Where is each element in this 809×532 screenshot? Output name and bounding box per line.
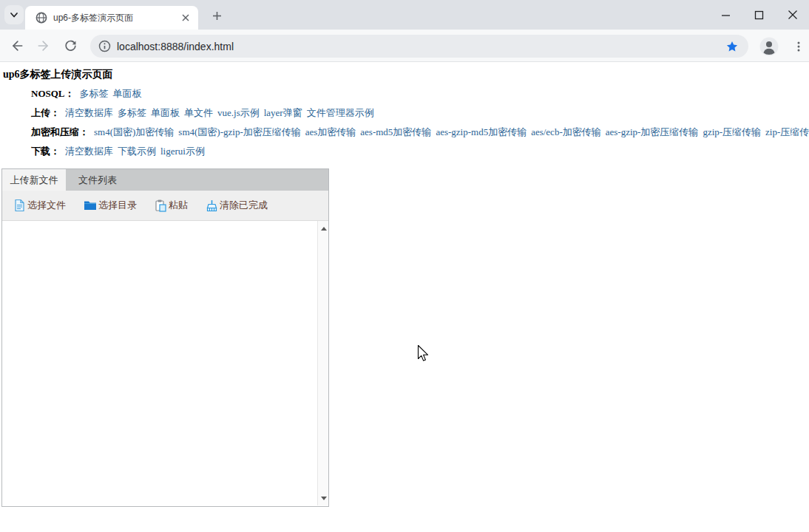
demo-link[interactable]: 多标签 (118, 107, 146, 118)
page-title: up6多标签上传演示页面 (3, 68, 113, 81)
info-icon (98, 40, 111, 52)
demo-link[interactable]: 单文件 (184, 107, 213, 118)
avatar-icon (759, 37, 779, 56)
plus-icon (212, 11, 222, 21)
row-label: NOSQL： (31, 88, 75, 99)
close-icon (788, 10, 798, 20)
maximize-icon (754, 10, 764, 20)
demo-link-row: 下载：清空数据库下载示例ligerui示例 (31, 142, 809, 161)
demo-link[interactable]: aes加密传输 (305, 126, 356, 137)
row-label: 下载： (31, 146, 60, 157)
row-label: 加密和压缩： (31, 126, 89, 137)
demo-link[interactable]: 文件管理器示例 (307, 107, 374, 118)
demo-link[interactable]: aes-gzip-md5加密传输 (436, 126, 527, 137)
browser-toolbar: localhost:8888/index.html (0, 30, 809, 62)
demo-link-row: NOSQL：多标签单面板 (31, 84, 809, 103)
demo-link[interactable]: vue.js示例 (217, 107, 260, 118)
demo-link[interactable]: layer弹窗 (264, 107, 302, 118)
file-icon (13, 199, 26, 212)
tab-file-list[interactable]: 文件列表 (66, 169, 129, 191)
minimize-button[interactable] (709, 0, 742, 30)
demo-link[interactable]: 单面板 (113, 88, 142, 99)
star-icon (725, 40, 739, 53)
select-file-button[interactable]: 选择文件 (13, 199, 66, 212)
upload-panel: 上传新文件 文件列表 选择文件 (1, 168, 329, 507)
back-button[interactable] (6, 35, 28, 57)
demo-link[interactable]: sm4(国密)加密传输 (94, 126, 174, 137)
minimize-icon (721, 10, 731, 20)
forward-button[interactable] (33, 35, 55, 57)
back-arrow-icon (10, 38, 24, 53)
window-controls (709, 0, 809, 30)
demo-link[interactable]: 单面板 (151, 107, 180, 118)
triangle-up-icon (321, 227, 327, 231)
select-directory-label: 选择目录 (98, 199, 137, 212)
select-directory-button[interactable]: 选择目录 (84, 199, 137, 212)
globe-favicon-icon (35, 12, 47, 24)
browser-tab[interactable]: up6-多标签演示页面 (25, 6, 198, 30)
demo-link[interactable]: 下载示例 (118, 146, 156, 157)
demo-link-row: 上传：清空数据库多标签单面板单文件vue.js示例layer弹窗文件管理器示例 (31, 103, 809, 123)
scroll-up-button[interactable] (318, 222, 329, 234)
vertical-scrollbar[interactable] (317, 221, 328, 505)
maximize-button[interactable] (742, 0, 776, 30)
select-file-label: 选择文件 (27, 199, 66, 212)
paste-icon (155, 199, 167, 212)
tab-close-icon[interactable] (179, 11, 192, 24)
paste-label: 粘贴 (169, 199, 188, 212)
folder-icon (84, 200, 97, 211)
new-tab-button[interactable] (208, 7, 226, 24)
triangle-down-icon (321, 497, 327, 500)
demo-link[interactable]: gzip-压缩传输 (703, 126, 761, 137)
row-label: 上传： (31, 107, 60, 118)
demo-link[interactable]: aes/ecb-加密传输 (531, 126, 601, 137)
demo-link[interactable]: 清空数据库 (65, 146, 113, 157)
reload-icon (64, 38, 78, 52)
demo-link[interactable]: 多标签 (80, 88, 109, 99)
demo-link[interactable]: zip-压缩传输 (765, 126, 809, 137)
demo-link-row: 加密和压缩：sm4(国密)加密传输sm4(国密)-gzip-加密压缩传输aes加… (31, 123, 809, 142)
address-bar[interactable]: localhost:8888/index.html (90, 35, 748, 58)
tab-strip: up6-多标签演示页面 (0, 0, 809, 30)
chevron-down-icon (9, 10, 19, 20)
panel-tab-bar: 上传新文件 文件列表 (2, 169, 328, 191)
browser-menu-button[interactable] (788, 36, 808, 56)
tab-search-button[interactable] (4, 5, 24, 24)
tab-title: up6-多标签演示页面 (53, 12, 179, 24)
demo-link-rows: NOSQL：多标签单面板上传：清空数据库多标签单面板单文件vue.js示例lay… (31, 84, 809, 161)
site-info-button[interactable] (96, 38, 112, 55)
close-window-button[interactable] (776, 0, 809, 30)
scroll-down-button[interactable] (318, 492, 329, 504)
demo-link[interactable]: ligerui示例 (160, 146, 205, 157)
tab-upload-new-file[interactable]: 上传新文件 (2, 169, 66, 191)
panel-toolbar: 选择文件 选择目录 粘贴 (2, 191, 328, 221)
demo-link[interactable]: aes-gzip-加密压缩传输 (606, 126, 699, 137)
reload-button[interactable] (59, 35, 81, 57)
url-text[interactable]: localhost:8888/index.html (117, 41, 723, 52)
paste-button[interactable]: 粘贴 (155, 199, 188, 212)
three-dot-menu-icon (793, 41, 805, 52)
browser-window: up6-多标签演示页面 (0, 0, 809, 532)
demo-link[interactable]: 清空数据库 (65, 107, 113, 118)
forward-arrow-icon (36, 38, 51, 53)
demo-link[interactable]: sm4(国密)-gzip-加密压缩传输 (178, 126, 300, 137)
clear-completed-icon (206, 200, 218, 212)
demo-link[interactable]: aes-md5加密传输 (360, 126, 431, 137)
bookmark-star-button[interactable] (723, 38, 741, 55)
upload-list-area (2, 221, 328, 505)
clear-completed-button[interactable]: 清除已完成 (206, 199, 268, 212)
web-page: up6多标签上传演示页面 NOSQL：多标签单面板上传：清空数据库多标签单面板单… (0, 63, 809, 532)
clear-completed-label: 清除已完成 (220, 199, 268, 212)
profile-avatar-button[interactable] (759, 36, 779, 56)
